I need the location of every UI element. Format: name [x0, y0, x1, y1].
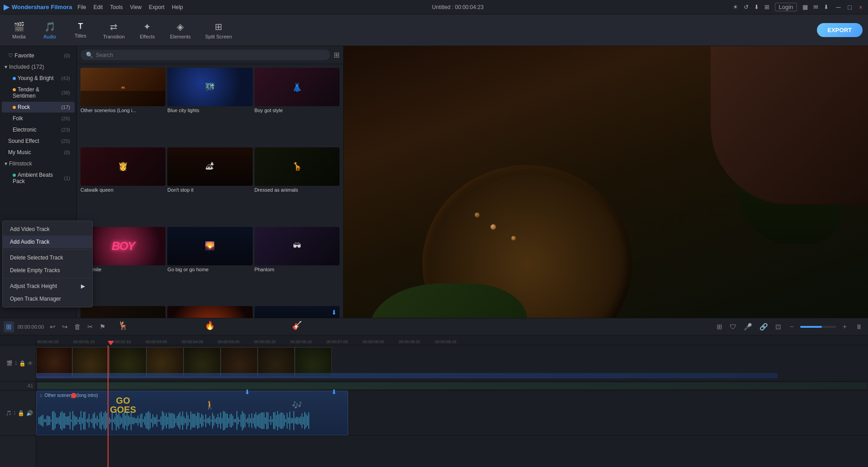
audio-mute-icon[interactable]: 🔊	[26, 410, 33, 416]
waveform-bar	[56, 417, 57, 424]
link-button[interactable]: 🔗	[757, 321, 770, 332]
waveform-bar	[184, 416, 184, 425]
context-delete-empty-tracks[interactable]: Delete Empty Tracks	[3, 264, 92, 277]
media-item-2[interactable]: 🌃 Blue city lights	[167, 68, 252, 146]
media-item-7[interactable]: BOY Dynamite	[80, 227, 165, 305]
menu-help[interactable]: Help	[172, 4, 183, 10]
waveform-bar	[217, 414, 218, 428]
mic-button[interactable]: 🎤	[741, 321, 755, 332]
waveform-bar	[293, 411, 294, 431]
waveform-bar	[211, 420, 212, 422]
menu-view[interactable]: View	[130, 4, 142, 10]
toolbar-titles[interactable]: T Titles	[67, 19, 94, 41]
media-item-4[interactable]: 👸 Catwalk queen	[80, 147, 165, 225]
cut-button[interactable]: ✂	[85, 321, 95, 332]
topbar-icon-4[interactable]: ⊞	[764, 4, 769, 10]
minimize-button[interactable]: ─	[834, 4, 842, 11]
context-add-video-track[interactable]: Add Video Track	[3, 223, 92, 236]
toolbar-elements[interactable]: ◈ Elements	[165, 19, 196, 42]
waveform-bar	[163, 412, 164, 429]
menu-file[interactable]: File	[77, 4, 86, 10]
login-button[interactable]: Login	[775, 3, 797, 11]
track-manager-button[interactable]: ⊞	[4, 321, 14, 332]
delete-button[interactable]: 🗑	[72, 321, 83, 332]
toolbar-audio[interactable]: 🎵 Audio	[36, 19, 63, 42]
sidebar-item-young-bright[interactable]: Young & Bright (43)	[2, 73, 75, 84]
waveform-bar	[38, 417, 39, 424]
sidebar-item-tender-sentiment[interactable]: Tender & Sentimen (38)	[2, 84, 75, 101]
sidebar-item-folk[interactable]: Folk (26)	[2, 113, 75, 124]
waveform-bar	[304, 412, 305, 430]
menu-tools[interactable]: Tools	[110, 4, 123, 10]
media-item-3[interactable]: 👗 Boy got style	[255, 68, 340, 146]
waveform-bar	[205, 414, 206, 427]
topbar-icon-7[interactable]: ⬇	[824, 4, 829, 10]
toolbar-split-screen[interactable]: ⊞ Split Screen	[200, 19, 237, 42]
context-adjust-track-height[interactable]: Adjust Track Height ▶	[3, 280, 92, 292]
topbar-icon-3[interactable]: ⬇	[754, 4, 759, 10]
waveform-bar	[277, 411, 278, 431]
waveform-bar	[95, 418, 96, 424]
sidebar-item-electronic[interactable]: Electronic (23)	[2, 124, 75, 135]
sidebar-item-my-music[interactable]: My Music (0)	[2, 147, 75, 158]
media-item-9[interactable]: 🕶 Phantom	[255, 227, 340, 305]
window-title: Untitled : 00:00:04:23	[432, 4, 484, 10]
transition-icon: ⇄	[110, 21, 118, 32]
eye-icon[interactable]: 👁	[28, 360, 33, 367]
lock-icon[interactable]: 🔒	[19, 360, 26, 367]
zoom-fit-button[interactable]: ⊞	[714, 321, 725, 332]
menu-export[interactable]: Export	[149, 4, 165, 10]
zoom-fill	[800, 326, 822, 328]
waveform-bar	[192, 414, 193, 428]
marker-button[interactable]: ⚑	[97, 321, 108, 332]
media-item-6[interactable]: 🦒 Dressed as animals	[255, 147, 340, 225]
waveform-bar	[287, 413, 288, 428]
waveform-bar	[220, 412, 221, 429]
waveform-bar	[273, 412, 274, 429]
toolbar-media[interactable]: 🎬 Media	[5, 19, 33, 42]
sidebar-item-ambient-beats[interactable]: Ambient Beats Pack (1)	[2, 170, 75, 187]
shield-button[interactable]: 🛡	[727, 321, 739, 332]
waveform-bar	[207, 418, 208, 423]
waveform-bar	[132, 417, 133, 424]
maximize-button[interactable]: □	[846, 4, 853, 11]
audio-lock-icon[interactable]: 🔒	[18, 410, 24, 416]
media-item-5[interactable]: 🏕 Don't stop it	[167, 147, 252, 225]
waveform-bar	[158, 420, 159, 422]
grid-view-icon[interactable]: ⊞	[334, 51, 340, 59]
context-open-track-manager[interactable]: Open Track Manager	[3, 292, 92, 305]
toolbar-transition[interactable]: ⇄ Transition	[98, 19, 130, 42]
topbar-icon-1[interactable]: ☀	[733, 4, 738, 10]
pause-all-button[interactable]: ⏸	[853, 321, 864, 332]
zoom-out-button[interactable]: －	[786, 321, 797, 332]
topbar-icon-2[interactable]: ↺	[744, 4, 749, 10]
audio-clip[interactable]: ♫ Other scenery...(long intro)	[36, 391, 348, 435]
menu-edit[interactable]: Edit	[94, 4, 103, 10]
close-button[interactable]: ×	[857, 4, 864, 11]
media-item-8[interactable]: 🌄 Go big or go home	[167, 227, 252, 305]
export-button[interactable]: EXPORT	[817, 23, 863, 37]
redo-button[interactable]: ↪	[60, 321, 70, 332]
sidebar-item-rock[interactable]: Rock (17)	[2, 102, 75, 113]
topbar-icon-6[interactable]: ✉	[813, 4, 818, 10]
search-input[interactable]	[96, 52, 325, 58]
waveform-bar	[194, 414, 195, 428]
video-track-number: 1	[14, 361, 17, 366]
topbar-icon-5[interactable]: ▦	[802, 4, 808, 10]
waveform-bar	[78, 419, 79, 422]
crop-button[interactable]: ⊡	[773, 321, 783, 332]
toolbar-effects[interactable]: ✦ Effects	[134, 19, 161, 42]
undo-button[interactable]: ↩	[47, 321, 58, 332]
search-input-wrap[interactable]: 🔍	[80, 50, 330, 60]
sidebar-included-header[interactable]: ▾ Included (172)	[0, 61, 76, 72]
sidebar-filmstock-header[interactable]: ▾ Filmstock	[0, 158, 76, 169]
context-delete-selected-track[interactable]: Delete Selected Track	[3, 251, 92, 264]
context-add-audio-track[interactable]: Add Audio Track	[3, 236, 92, 248]
sidebar-item-favorite[interactable]: ♡ Favorite (0)	[2, 50, 75, 61]
music-clip-icon: ♫	[39, 393, 43, 398]
waveform-bar	[67, 416, 68, 425]
zoom-bar[interactable]	[800, 326, 836, 328]
zoom-in-button[interactable]: ＋	[839, 321, 850, 332]
media-item-1[interactable]: 🏍 Other scenerios (Long i...	[80, 68, 165, 146]
sidebar-item-sound-effect[interactable]: Sound Effect (25)	[2, 136, 75, 146]
